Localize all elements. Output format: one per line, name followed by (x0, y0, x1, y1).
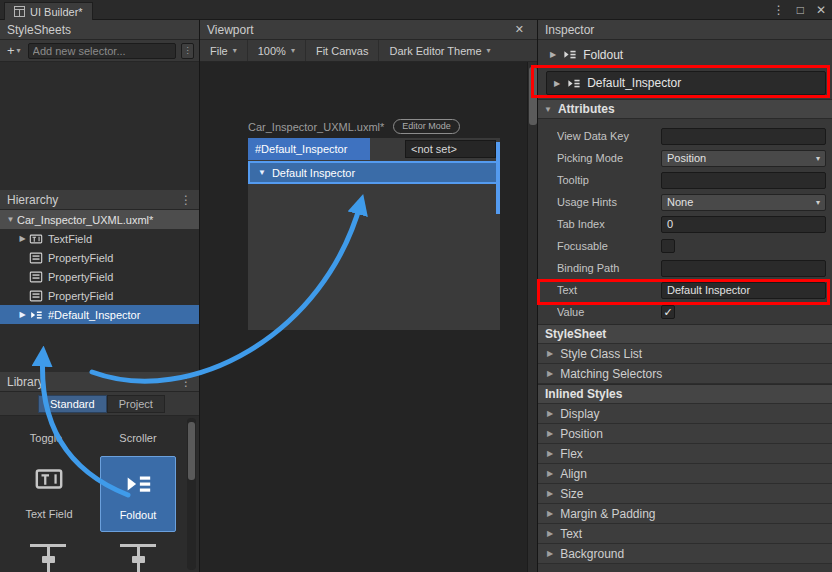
section-align[interactable]: ▶Align (538, 464, 832, 484)
viewport-toolbar: File ▾ 100% ▾ Fit Canvas Dark Editor The… (200, 40, 537, 62)
section-position[interactable]: ▶Position (538, 424, 832, 444)
section-margin-padding[interactable]: ▶Margin & Padding (538, 504, 832, 524)
chevron-collapsed-icon: ▶ (547, 409, 553, 418)
zoom-dropdown[interactable]: 100% ▾ (248, 40, 306, 61)
section-label: Background (560, 547, 624, 561)
library-item-foldout[interactable]: Foldout (100, 456, 176, 532)
textfield-icon (29, 232, 43, 246)
slider-icon[interactable] (118, 544, 158, 572)
library-item-text-field[interactable]: Text Field (8, 454, 90, 532)
stylesheets-empty-area (0, 62, 199, 190)
inspector-header: Inspector (538, 20, 832, 40)
chevron-expanded-icon: ▼ (258, 168, 266, 177)
hierarchy-item-propertyfield[interactable]: PropertyField (0, 267, 199, 286)
canvas-foldout-row[interactable]: ▼ Default Inspector (248, 161, 500, 184)
hierarchy-menu-icon[interactable]: ⋮ (180, 193, 192, 207)
chevron-collapsed-icon: ▶ (554, 79, 560, 88)
chevron-expanded-icon[interactable]: ▼ (4, 215, 17, 224)
hierarchy-tree: ▼Car_Inspector_UXML.uxml*▶TextFieldPrope… (0, 210, 199, 372)
section-flex[interactable]: ▶Flex (538, 444, 832, 464)
attribute-text-field[interactable] (661, 172, 826, 189)
attribute-row-value: Value✓ (538, 301, 832, 323)
attribute-row-tooltip: Tooltip (538, 169, 832, 191)
fit-canvas-button[interactable]: Fit Canvas (306, 40, 380, 61)
chevron-collapsed-icon[interactable]: ▶ (16, 234, 29, 243)
attributes-title: Attributes (558, 102, 615, 116)
window-controls: ⋮ □ ✕ (773, 0, 826, 20)
attribute-label: Binding Path (557, 262, 661, 274)
attribute-text-field[interactable] (661, 128, 826, 145)
hierarchy-item-label: PropertyField (48, 290, 113, 302)
viewport-scrollbar[interactable] (527, 62, 537, 572)
hierarchy-item-textfield[interactable]: ▶TextField (0, 229, 199, 248)
attribute-dropdown[interactable]: None▾ (661, 194, 826, 211)
section-size[interactable]: ▶Size (538, 484, 832, 504)
inspector-element-name-field[interactable]: ▶ Default_Inspector (546, 71, 826, 95)
selector-options-button[interactable]: ⋮ (181, 43, 194, 59)
hierarchy-root[interactable]: ▼Car_Inspector_UXML.uxml* (0, 210, 199, 229)
section-display[interactable]: ▶Display (538, 404, 832, 424)
chevron-down-icon: ▾ (291, 46, 295, 55)
hierarchy-item-propertyfield[interactable]: PropertyField (0, 248, 199, 267)
viewport-close-icon[interactable]: ✕ (515, 23, 530, 36)
library-tab-project[interactable]: Project (107, 395, 165, 413)
attribute-checkbox[interactable]: ✓ (661, 305, 675, 319)
theme-dropdown[interactable]: Dark Editor Theme ▾ (379, 40, 500, 61)
foldout-icon (562, 47, 577, 62)
fit-canvas-label: Fit Canvas (316, 45, 369, 57)
window-maximize-icon[interactable]: □ (797, 3, 804, 17)
attribute-text-field[interactable] (661, 260, 826, 277)
window-menu-icon[interactable]: ⋮ (773, 3, 785, 17)
library-menu-icon[interactable]: ⋮ (180, 375, 192, 389)
section-label: Style Class List (560, 347, 642, 361)
canvas-document[interactable]: <not set> #Default_Inspector ▼ Default I… (248, 138, 500, 330)
section-text[interactable]: ▶Text (538, 524, 832, 544)
selected-element-tag[interactable]: #Default_Inspector (248, 138, 370, 160)
library-item-toggle[interactable]: Toggle (14, 432, 78, 444)
slider-knob (42, 556, 55, 563)
plus-icon: + (7, 43, 15, 58)
attribute-text-field[interactable]: 0 (661, 216, 826, 233)
hierarchy-title: Hierarchy (7, 193, 58, 207)
attribute-row-text: TextDefault Inspector (538, 279, 832, 301)
propertyfield-icon (29, 289, 43, 303)
attribute-dropdown[interactable]: Position▾ (661, 150, 826, 167)
section-style-class-list[interactable]: ▶Style Class List (538, 344, 832, 364)
attributes-section-header[interactable]: ▼ Attributes (538, 99, 832, 119)
stylesheets-toolbar: + ▾ ⋮ (0, 40, 199, 62)
attribute-label: Usage Hints (557, 196, 661, 208)
section-stylesheet[interactable]: StyleSheet (538, 324, 832, 344)
window-titlebar: UI Builder* ⋮ □ ✕ (0, 0, 832, 20)
hierarchy-item-propertyfield[interactable]: PropertyField (0, 286, 199, 305)
window-tab[interactable]: UI Builder* (4, 2, 93, 20)
library-item-label: Foldout (120, 509, 157, 521)
stylesheets-header: StyleSheets (0, 20, 199, 40)
section-label: Display (560, 407, 599, 421)
section-label: Text (560, 527, 582, 541)
slider-icon[interactable] (28, 544, 68, 572)
foldout-icon (566, 76, 581, 91)
library-scrollbar[interactable] (187, 418, 196, 570)
library-tab-standard[interactable]: Standard (38, 395, 107, 413)
section-matching-selectors[interactable]: ▶Matching Selectors (538, 364, 832, 384)
viewport-title: Viewport (207, 23, 253, 37)
inspector-panel: Inspector ▶ Foldout ▶ Default_Inspector … (538, 20, 832, 572)
library-title: Library (7, 375, 44, 389)
section-inlined-styles[interactable]: Inlined Styles (538, 384, 832, 404)
library-scrollbar-thumb[interactable] (188, 422, 195, 480)
add-selector-button[interactable]: + ▾ (5, 43, 23, 58)
hierarchy-item-default-inspector[interactable]: ▶#Default_Inspector (0, 305, 199, 324)
chevron-collapsed-icon: ▶ (547, 369, 553, 378)
library-item-label: Text Field (25, 508, 72, 520)
attribute-checkbox[interactable] (661, 239, 675, 253)
inspector-element-type-row[interactable]: ▶ Foldout (550, 47, 623, 62)
viewport-scrollbar-thumb[interactable] (529, 67, 537, 125)
canvas-textfield-value[interactable]: <not set> (405, 140, 496, 158)
attribute-text-field[interactable]: Default Inspector (661, 282, 826, 299)
file-menu[interactable]: File ▾ (200, 40, 248, 61)
library-item-scroller[interactable]: Scroller (106, 432, 170, 444)
section-background[interactable]: ▶Background (538, 544, 832, 564)
chevron-collapsed-icon[interactable]: ▶ (16, 310, 29, 319)
add-selector-input[interactable] (28, 43, 176, 59)
window-close-icon[interactable]: ✕ (816, 3, 826, 17)
